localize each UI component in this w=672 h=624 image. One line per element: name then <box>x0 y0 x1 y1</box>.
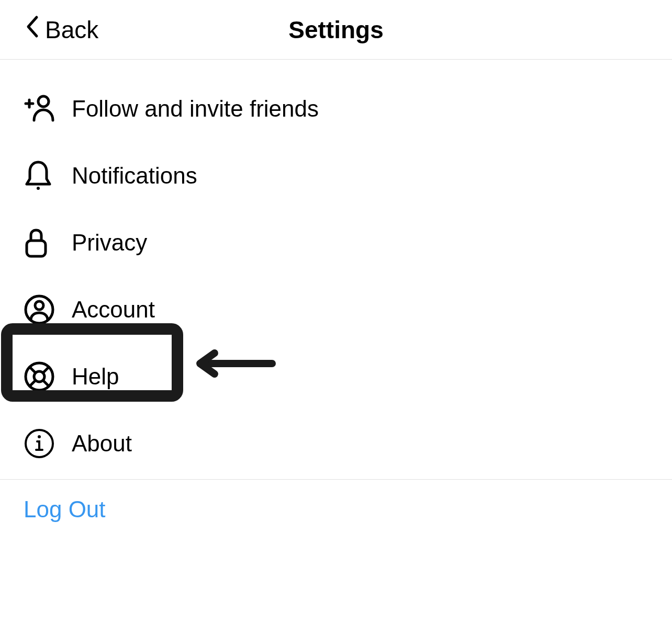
logout-button[interactable]: Log Out <box>0 480 672 523</box>
settings-menu: Follow and invite friends Notifications … <box>0 60 672 477</box>
svg-point-0 <box>38 96 49 107</box>
chevron-left-icon <box>26 15 45 44</box>
menu-item-label: Account <box>72 297 155 323</box>
info-circle-icon <box>24 428 72 459</box>
menu-item-label: Privacy <box>72 230 147 256</box>
svg-point-1 <box>37 187 40 190</box>
svg-point-8 <box>38 435 41 438</box>
svg-point-4 <box>35 301 43 310</box>
menu-item-notifications[interactable]: Notifications <box>0 142 672 209</box>
menu-item-label: About <box>72 430 132 457</box>
menu-item-about[interactable]: About <box>0 410 672 477</box>
svg-point-6 <box>34 371 44 382</box>
header-bar: Back Settings <box>0 0 672 60</box>
logout-label: Log Out <box>24 496 106 522</box>
lock-icon <box>24 227 72 258</box>
page-title: Settings <box>288 16 383 44</box>
lifebuoy-icon <box>24 361 72 392</box>
bell-icon <box>24 160 72 191</box>
menu-item-help[interactable]: Help <box>0 343 672 410</box>
svg-rect-2 <box>27 241 46 256</box>
user-circle-icon <box>24 294 72 325</box>
menu-item-label: Follow and invite friends <box>72 96 319 122</box>
add-user-icon <box>24 94 72 123</box>
back-label: Back <box>45 16 98 44</box>
menu-item-privacy[interactable]: Privacy <box>0 209 672 276</box>
svg-point-5 <box>26 363 53 390</box>
menu-item-label: Notifications <box>72 163 197 189</box>
menu-item-account[interactable]: Account <box>0 276 672 343</box>
menu-item-label: Help <box>72 364 119 390</box>
back-button[interactable]: Back <box>0 15 98 44</box>
menu-item-follow-invite[interactable]: Follow and invite friends <box>0 75 672 142</box>
